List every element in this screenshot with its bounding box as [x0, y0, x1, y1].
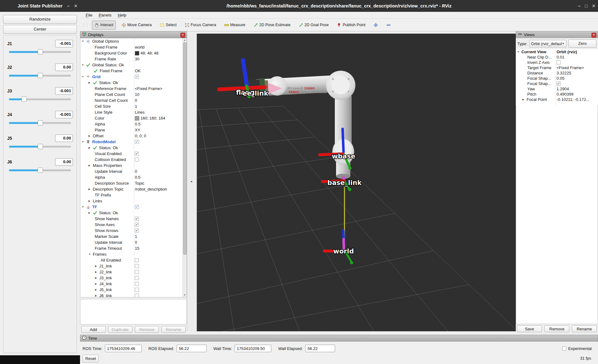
view-type-dropdown[interactable]: Orbit (rviz_defaul ▼ [529, 40, 567, 47]
checkbox-unchecked[interactable] [135, 294, 139, 297]
joint-slider[interactable] [9, 73, 71, 79]
tree-row[interactable]: ▼TF✓ [80, 204, 187, 210]
time-panel-header[interactable]: Time [80, 335, 598, 342]
expand-icon[interactable]: ▶ [95, 265, 99, 267]
property-value[interactable]: <Fixed Frame> [557, 65, 584, 70]
property-value[interactable] [135, 276, 139, 280]
tree-row[interactable]: Cell Size1 [80, 103, 187, 109]
checkbox-unchecked[interactable] [135, 282, 139, 286]
checkbox-checked[interactable]: ✓ [135, 75, 139, 79]
property-value[interactable]: ✓ [135, 223, 139, 227]
close-icon[interactable]: ✕ [591, 33, 596, 38]
tree-row[interactable]: Description SourceTopic [80, 180, 187, 186]
tool-publish-point[interactable]: Publish Point [334, 21, 368, 30]
property-value[interactable]: 0 [135, 240, 137, 245]
tree-row[interactable]: Show Arrows✓ [80, 228, 187, 234]
property-value[interactable]: 0.5 [135, 122, 140, 126]
property-value[interactable]: 0.01 [557, 55, 564, 59]
checkbox-checked[interactable]: ✓ [135, 140, 139, 144]
property-value[interactable] [135, 282, 139, 286]
property-value[interactable] [135, 294, 139, 297]
checkbox-checked[interactable]: ✓ [135, 217, 139, 221]
expand-icon[interactable]: ▶ [95, 288, 99, 291]
property-value[interactable]: 0 [135, 98, 137, 103]
slider-thumb[interactable] [21, 97, 27, 102]
views-panel-header[interactable]: Views ✕ [516, 31, 598, 38]
property-value[interactable]: -0.10211; -0.172... [557, 97, 589, 102]
property-value[interactable]: 10 [135, 92, 139, 97]
tree-row[interactable]: Focal Shap...✓ [516, 81, 598, 86]
property-value[interactable] [135, 158, 139, 162]
slider-thumb[interactable] [38, 73, 43, 78]
slider-thumb[interactable] [38, 120, 43, 125]
tree-row[interactable]: Line StyleLines [80, 109, 187, 115]
tree-row[interactable]: ▶Offset0; 0; 0 [80, 133, 187, 139]
property-value[interactable]: world [135, 45, 145, 50]
tool-goal-pose[interactable]: 2D Goal Pose [296, 21, 331, 30]
close-icon[interactable]: ✕ [180, 33, 185, 38]
time-field-input[interactable]: 56.22 [177, 345, 206, 352]
tree-row[interactable]: Pitch0.490399 [516, 92, 598, 97]
scroll-down-icon[interactable]: ▼ [183, 293, 187, 297]
tree-row[interactable]: Frame Timeout15 [80, 245, 187, 251]
property-value[interactable]: <Fixed Frame> [135, 86, 162, 91]
tree-row[interactable]: Marker Scale1 [80, 234, 187, 239]
collapse-icon[interactable]: ▼ [82, 64, 86, 66]
tree-row[interactable]: Yaw1.2904 [516, 86, 598, 92]
joint-value-field[interactable]: 0.00 [55, 64, 73, 71]
menu-help[interactable]: Help [115, 13, 130, 17]
tree-row[interactable]: Plane Cell Count10 [80, 92, 187, 97]
tool-add-tool[interactable] [371, 21, 381, 30]
toolbar-drag-handle[interactable]: ⋮⋮ [82, 23, 88, 27]
property-value[interactable]: ✓ [557, 82, 561, 86]
joint-value-field[interactable]: -0.001 [55, 40, 73, 47]
collapse-icon[interactable]: ▼ [517, 50, 521, 53]
tree-row[interactable]: Fixed Frameworld [80, 44, 187, 50]
collapse-icon[interactable]: ▼ [88, 253, 93, 256]
slider-thumb[interactable] [38, 49, 43, 54]
reset-button[interactable]: Reset [83, 355, 99, 362]
expand-icon[interactable]: ▶ [522, 98, 527, 101]
tree-row[interactable]: ▼Global Options [80, 38, 187, 44]
3d-viewport[interactable]: FANUC Robot CRX-10iA FANUC Robot CRX-10i… [197, 34, 516, 331]
property-value[interactable]: ✓ [135, 140, 139, 144]
property-value[interactable]: ✓ [135, 229, 139, 233]
tree-row[interactable]: TF Prefix [80, 192, 187, 198]
tree-row[interactable]: ▶J5_link [80, 287, 187, 293]
expand-icon[interactable]: ▶ [88, 200, 93, 202]
property-value[interactable]: 1.2904 [557, 87, 569, 91]
tool-remove-tool[interactable] [384, 21, 393, 30]
property-value[interactable]: 1 [135, 234, 137, 239]
rename-button[interactable]: Rename [572, 325, 597, 332]
maximize-icon[interactable]: □ [585, 3, 587, 8]
joint-slider[interactable] [9, 120, 71, 126]
tree-row[interactable]: Update Interval0 [80, 168, 187, 174]
property-value[interactable]: 160; 160; 164 [135, 116, 165, 121]
tree-row[interactable]: ▶J4_link [80, 281, 187, 287]
tree-row[interactable]: Update Interval0 [80, 239, 187, 245]
tree-row[interactable]: ▶Focal Point-0.10211; -0.172... [516, 97, 598, 102]
tree-row[interactable]: ▶J6_link [80, 293, 187, 297]
randomize-button[interactable]: Randomize [3, 15, 77, 24]
tree-row[interactable]: Fixed FrameOK [80, 68, 187, 74]
checkbox-unchecked[interactable] [135, 288, 139, 292]
checkbox-checked[interactable]: ✓ [135, 152, 139, 156]
property-value[interactable]: Topic [135, 181, 144, 186]
property-value[interactable]: 0.490399 [557, 92, 573, 97]
collapse-icon[interactable]: ▼ [82, 75, 86, 78]
tree-row[interactable]: ▶J2_link [80, 269, 187, 275]
collapse-icon[interactable]: ▼ [82, 140, 86, 143]
expand-icon[interactable]: ▶ [88, 164, 93, 167]
displays-scrollbar[interactable]: ▲ ▼ [183, 38, 187, 297]
jsp-titlebar[interactable]: Joint State Publisher – ✕ [0, 0, 80, 12]
tool-select[interactable]: Select [157, 21, 179, 30]
tree-row[interactable]: ▶J3_link [80, 275, 187, 281]
tree-row[interactable]: ▼Global Status: Ok [80, 62, 187, 68]
tree-row[interactable]: ▶Status: Ok [80, 145, 187, 151]
property-value[interactable]: ✓ [135, 75, 139, 79]
tree-row[interactable]: Show Axes✓ [80, 222, 187, 228]
property-value[interactable] [557, 60, 561, 64]
render-canvas[interactable]: FANUC Robot CRX-10iA FANUC Robot CRX-10i… [197, 34, 516, 331]
time-field-input[interactable]: 1753410209.50 [235, 345, 271, 352]
property-value[interactable]: 48; 48; 48 [135, 51, 159, 55]
